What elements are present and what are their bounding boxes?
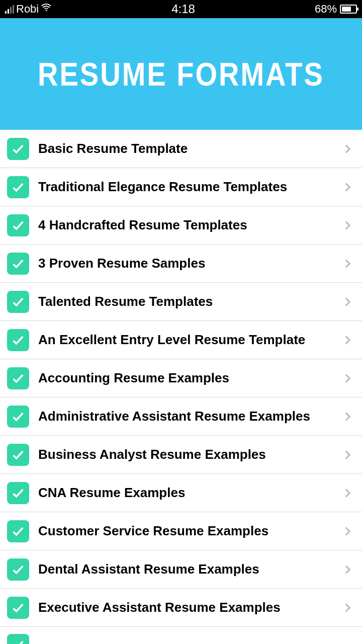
list-item[interactable]: Talented Resume Templates [0, 283, 362, 321]
chevron-right-icon [341, 410, 355, 424]
list-item-label: Executive Assistant Resume Examples [38, 600, 332, 615]
check-icon [7, 214, 29, 236]
check-icon [7, 634, 29, 644]
list-item-label: Dental Assistant Resume Examples [38, 561, 332, 577]
wifi-icon [41, 2, 52, 16]
list-item[interactable]: Customer Service Resume Examples [0, 512, 362, 550]
list-item-label: Customer Service Resume Examples [38, 523, 332, 539]
list-item[interactable]: 4 Handcrafted Resume Templates [0, 206, 362, 245]
battery-icon [340, 5, 357, 14]
chevron-right-icon [341, 448, 355, 462]
chevron-right-icon [341, 295, 355, 309]
list-item[interactable]: Administrative Assistant Resume Examples [0, 397, 362, 436]
page-title: RESUME FORMATS [38, 55, 324, 93]
list-item-label: Talented Resume Templates [38, 294, 332, 309]
check-icon [7, 558, 29, 581]
resume-format-list: Basic Resume Template Traditional Elegan… [0, 130, 362, 644]
signal-icon [5, 5, 14, 14]
chevron-right-icon [341, 371, 355, 385]
list-item-partial[interactable] [0, 627, 362, 644]
check-icon [7, 597, 29, 619]
list-item[interactable]: Basic Resume Template [0, 130, 362, 168]
list-item-label: 4 Handcrafted Resume Templates [38, 217, 332, 233]
list-item-label: CNA Resume Examples [38, 485, 332, 501]
list-item[interactable]: Accounting Resume Examples [0, 359, 362, 397]
list-item-label: An Excellent Entry Level Resume Template [38, 332, 332, 348]
list-item-label: Traditional Elegance Resume Templates [38, 179, 332, 195]
chevron-right-icon [341, 562, 355, 577]
check-icon [7, 138, 29, 160]
battery-percent: 68% [315, 3, 337, 16]
app-header: RESUME FORMATS [0, 18, 362, 130]
check-icon [7, 444, 29, 466]
list-item-label: Business Analyst Resume Examples [38, 447, 332, 462]
chevron-right-icon [341, 180, 355, 194]
check-icon [7, 367, 29, 389]
check-icon [7, 520, 29, 542]
list-item[interactable]: Executive Assistant Resume Examples [0, 589, 362, 627]
check-icon [7, 253, 29, 275]
status-time: 4:18 [52, 2, 315, 16]
list-item[interactable]: An Excellent Entry Level Resume Template [0, 321, 362, 359]
list-item-label: 3 Proven Resume Samples [38, 256, 332, 271]
list-item[interactable]: CNA Resume Examples [0, 474, 362, 512]
check-icon [7, 482, 29, 504]
chevron-right-icon [341, 257, 355, 271]
chevron-right-icon [341, 524, 355, 538]
chevron-right-icon [341, 601, 355, 615]
chevron-right-icon [341, 218, 355, 232]
list-item[interactable]: Traditional Elegance Resume Templates [0, 168, 362, 206]
svg-point-0 [46, 10, 47, 11]
carrier-label: Robi [16, 3, 39, 16]
status-left: Robi [5, 2, 52, 16]
list-item[interactable]: Dental Assistant Resume Examples [0, 550, 362, 589]
chevron-right-icon [341, 333, 355, 347]
list-item-label: Accounting Resume Examples [38, 370, 332, 386]
check-icon [7, 406, 29, 428]
list-item[interactable]: 3 Proven Resume Samples [0, 245, 362, 283]
status-right: 68% [315, 3, 357, 16]
list-item-label: Basic Resume Template [38, 141, 332, 156]
chevron-right-icon [341, 142, 355, 156]
check-icon [7, 291, 29, 313]
list-item[interactable]: Business Analyst Resume Examples [0, 436, 362, 474]
list-item-label: Administrative Assistant Resume Examples [38, 409, 332, 424]
status-bar: Robi 4:18 68% [0, 0, 362, 18]
check-icon [7, 176, 29, 198]
check-icon [7, 329, 29, 351]
chevron-right-icon [341, 486, 355, 500]
